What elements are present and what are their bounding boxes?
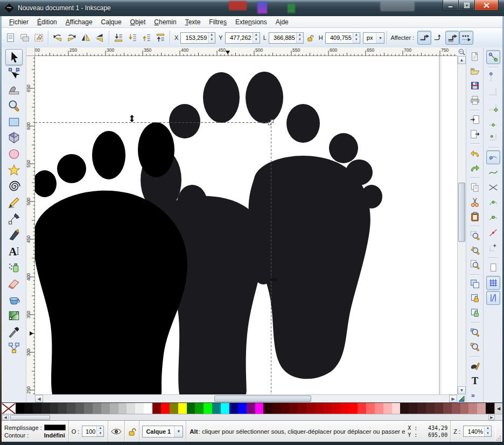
color-swatch[interactable]	[298, 403, 306, 414]
resize-grip[interactable]	[495, 421, 502, 442]
spray-tool-button[interactable]	[5, 259, 23, 275]
affect-corners-button[interactable]	[431, 31, 445, 45]
snap-nodes-button[interactable]	[486, 150, 500, 164]
color-swatch[interactable]	[383, 403, 392, 414]
zoom-page-button[interactable]	[468, 258, 482, 272]
color-swatch[interactable]	[392, 403, 401, 414]
color-swatch[interactable]	[24, 403, 33, 414]
bucket-tool-button[interactable]	[5, 291, 23, 308]
spin-down-icon[interactable]: ▼	[208, 38, 215, 43]
color-swatch[interactable]	[255, 403, 264, 414]
color-swatch[interactable]	[195, 403, 204, 414]
vertical-scroll-thumb[interactable]	[458, 183, 465, 242]
snap-page-button[interactable]	[486, 261, 500, 275]
affect-stroke-button[interactable]	[417, 31, 431, 45]
color-swatch[interactable]	[460, 403, 469, 414]
snap-enable-button[interactable]	[486, 50, 500, 64]
overflow-button[interactable]: »	[468, 388, 482, 402]
affect-gradient-button[interactable]	[445, 31, 459, 45]
eraser-tool-button[interactable]	[5, 275, 23, 291]
raise-button[interactable]	[139, 31, 153, 45]
spin-down-icon[interactable]: ▼	[253, 38, 260, 43]
find-replace-button[interactable]	[468, 340, 482, 353]
tweak-tool-button[interactable]	[5, 81, 23, 98]
horizontal-ruler[interactable]: 200250300350400450500550600650700750	[35, 47, 457, 56]
menu-item-édition[interactable]: Édition	[33, 17, 61, 27]
snap-bbox-corners-button[interactable]	[486, 100, 500, 114]
palette-scroll-right-arrow[interactable]: ▶	[488, 415, 495, 420]
color-swatch[interactable]	[400, 403, 409, 414]
select-all-button[interactable]	[4, 31, 18, 45]
color-swatch[interactable]	[263, 403, 272, 414]
y-field-input[interactable]	[226, 33, 253, 43]
snap-bbox-edges-button[interactable]	[486, 85, 500, 99]
undo-button[interactable]	[468, 147, 482, 160]
color-swatch[interactable]	[135, 403, 144, 414]
dropper-tool-button[interactable]	[5, 324, 23, 340]
layer-selector[interactable]: Calque 1▼	[139, 421, 186, 442]
rect-tool-button[interactable]	[5, 114, 23, 130]
color-swatch[interactable]	[375, 403, 383, 414]
title-bar[interactable]: Nouveau document 1 - Inkscape	[0, 0, 504, 16]
spin-up-icon[interactable]: ▲	[297, 33, 303, 38]
calligraphy-tool-button[interactable]	[5, 227, 23, 243]
duplicate-button[interactable]	[468, 277, 482, 291]
maximize-button[interactable]	[459, 0, 475, 11]
menu-item-calque[interactable]: Calque	[97, 17, 126, 27]
color-swatch[interactable]	[93, 403, 101, 414]
drawing-canvas[interactable]	[35, 56, 457, 394]
snap-bbox-midpoints-button[interactable]	[486, 115, 500, 129]
spin-up-icon[interactable]: ▲	[97, 426, 103, 432]
rotate-ccw-button[interactable]	[51, 31, 65, 45]
color-swatch[interactable]	[366, 403, 375, 414]
color-swatch[interactable]	[187, 403, 195, 414]
snap-guides-button[interactable]	[486, 291, 500, 305]
flip-vertical-button[interactable]	[93, 31, 107, 45]
text-tool-button[interactable]: A	[5, 243, 23, 259]
zoom-tool-button[interactable]	[5, 98, 23, 114]
fill-stroke-button[interactable]	[468, 359, 482, 373]
menu-item-objet[interactable]: Objet	[126, 17, 150, 27]
snap-paths-button[interactable]	[486, 165, 500, 179]
color-swatch[interactable]	[229, 403, 238, 414]
color-swatch[interactable]	[435, 403, 443, 414]
import-button[interactable]	[468, 113, 482, 127]
palette-scroll-thumb[interactable]	[10, 415, 50, 420]
spin-down-icon[interactable]: ▼	[97, 432, 103, 437]
lower-to-bottom-button[interactable]	[111, 31, 125, 45]
lower-button[interactable]	[125, 31, 139, 45]
fill-stroke-indicator[interactable]: Remplissage : Contour : Indéfini	[2, 421, 69, 442]
scroll-up-arrow[interactable]: ▲	[458, 56, 466, 64]
color-swatch[interactable]	[118, 403, 127, 414]
spin-up-icon[interactable]: ▲	[353, 33, 360, 38]
menu-item-affichage[interactable]: Affichage	[61, 17, 97, 27]
spin-up-icon[interactable]: ▲	[208, 33, 215, 38]
opacity-input[interactable]	[82, 426, 96, 436]
snap-intersections-button[interactable]	[486, 180, 500, 194]
ellipse-tool-button[interactable]	[5, 146, 23, 162]
palette-left-arrow-icon[interactable]: ◀	[494, 403, 502, 414]
snap-bbox-button[interactable]	[486, 70, 500, 84]
scroll-right-arrow[interactable]: ▶	[449, 395, 457, 402]
color-swatch[interactable]	[486, 403, 494, 414]
zoom-drawing-button[interactable]	[468, 244, 482, 257]
deselect-button[interactable]	[32, 31, 46, 45]
color-swatch[interactable]	[247, 403, 255, 414]
snap-grid-button[interactable]	[486, 276, 500, 290]
color-swatch[interactable]	[161, 403, 170, 414]
select-all-layers-button[interactable]	[18, 31, 32, 45]
color-swatch[interactable]	[178, 403, 187, 414]
color-swatch[interactable]	[477, 403, 486, 414]
new-document-button[interactable]	[468, 50, 482, 64]
unit-selector[interactable]: px▼	[363, 32, 385, 44]
color-swatch[interactable]	[50, 403, 59, 414]
star-tool-button[interactable]	[5, 162, 23, 178]
width-field-input[interactable]	[269, 33, 296, 43]
snap-cusp-nodes-button[interactable]	[486, 196, 500, 210]
paste-button[interactable]	[468, 210, 482, 223]
snap-bbox-centers-button[interactable]	[486, 130, 500, 144]
color-swatch[interactable]	[152, 403, 161, 414]
horizontal-scroll-thumb[interactable]	[214, 395, 311, 402]
spiral-tool-button[interactable]	[5, 178, 23, 194]
color-swatch[interactable]	[127, 403, 135, 414]
